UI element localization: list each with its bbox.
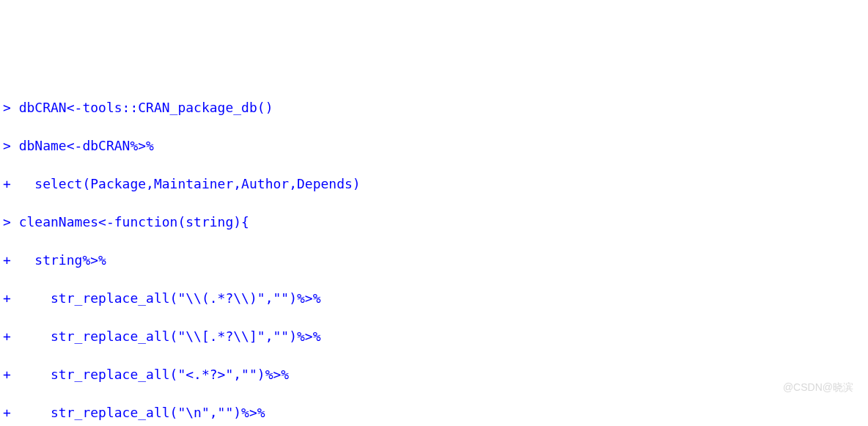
code-text: string%>% (19, 252, 106, 268)
code-text: dbName<-dbCRAN%>% (19, 138, 154, 153)
code-text: str_replace_all("\\(.*?\\)","")%>% (19, 290, 321, 306)
code-line: + str_replace_all("<.*?>","")%>% (3, 365, 865, 384)
code-text: str_replace_all("\\[.*?\\]","")%>% (19, 328, 321, 344)
code-line: + str_replace_all("\\(.*?\\)","")%>% (3, 289, 865, 308)
code-line: > dbName<-dbCRAN%>% (3, 136, 865, 155)
prompt: + (3, 367, 19, 382)
code-text: select(Package,Maintainer,Author,Depends… (19, 176, 361, 191)
prompt: + (3, 405, 19, 420)
code-text: str_replace_all("\n","")%>% (19, 405, 265, 420)
prompt: > (3, 100, 19, 115)
prompt: + (3, 328, 19, 344)
prompt: > (3, 214, 19, 229)
prompt: + (3, 290, 19, 306)
prompt: > (3, 138, 19, 153)
code-text: dbCRAN<-tools::CRAN_package_db() (19, 100, 273, 115)
code-line: > dbCRAN<-tools::CRAN_package_db() (3, 98, 865, 117)
code-line: > cleanNames<-function(string){ (3, 213, 865, 232)
code-line: + str_replace_all("\n","")%>% (3, 403, 865, 422)
prompt: + (3, 252, 19, 268)
code-text: cleanNames<-function(string){ (19, 214, 249, 229)
code-line: + string%>% (3, 251, 865, 270)
code-line: + select(Package,Maintainer,Author,Depen… (3, 175, 865, 194)
code-line: + str_replace_all("\\[.*?\\]","")%>% (3, 327, 865, 346)
code-text: str_replace_all("<.*?>","")%>% (19, 367, 289, 382)
r-console[interactable]: > dbCRAN<-tools::CRAN_package_db() > dbN… (3, 79, 865, 426)
prompt: + (3, 176, 19, 191)
watermark: @CSDN@晓滨 (783, 378, 853, 397)
